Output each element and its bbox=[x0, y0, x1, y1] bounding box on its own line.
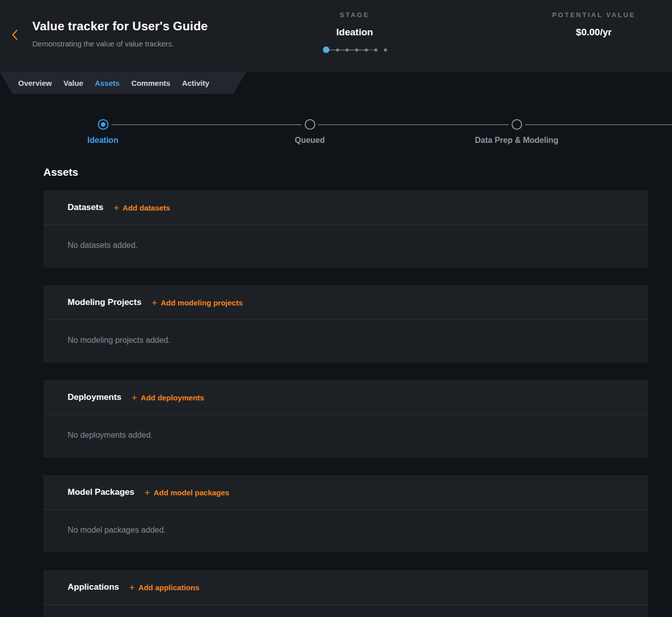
add-datasets-label: Add datasets bbox=[123, 203, 170, 212]
plus-icon: + bbox=[151, 299, 157, 306]
step-label: Ideation bbox=[37, 136, 169, 145]
potential-value-amount: $0.00/yr bbox=[513, 27, 672, 38]
section-title: Applications bbox=[68, 582, 119, 592]
stage-dot-connector bbox=[329, 49, 336, 50]
potential-value-label: POTENTIAL VALUE bbox=[513, 11, 672, 19]
add-datasets-button[interactable]: + Add datasets bbox=[114, 203, 170, 212]
stage-value: Ideation bbox=[274, 27, 435, 38]
empty-state-text: No datasets added. bbox=[68, 241, 624, 250]
section-applications: Applications + Add applications bbox=[43, 570, 648, 617]
stage-dot bbox=[374, 48, 377, 52]
section-title: Datasets bbox=[68, 202, 103, 213]
section-body: No datasets added. bbox=[43, 225, 648, 250]
plus-icon: + bbox=[132, 394, 137, 401]
add-applications-label: Add applications bbox=[138, 583, 199, 592]
add-applications-button[interactable]: + Add applications bbox=[129, 583, 199, 592]
stage-label: STAGE bbox=[274, 11, 435, 19]
back-button[interactable] bbox=[7, 28, 21, 42]
step-ideation[interactable]: Ideation bbox=[37, 114, 169, 145]
tab-assets[interactable]: Assets bbox=[95, 79, 120, 87]
section-title: Model Packages bbox=[68, 487, 134, 497]
add-model-packages-label: Add model packages bbox=[153, 488, 229, 497]
stage-dot-connector bbox=[339, 49, 346, 50]
step-circle bbox=[512, 119, 522, 130]
empty-state-text: No modeling projects added. bbox=[68, 336, 624, 345]
value-tracker-screen: Value tracker for User's Guide Demonstra… bbox=[0, 0, 672, 617]
add-deployments-button[interactable]: + Add deployments bbox=[132, 393, 204, 402]
step-circle bbox=[305, 119, 315, 130]
step-label: Data Prep & Modeling bbox=[451, 136, 582, 145]
section-datasets: Datasets + Add datasets No datasets adde… bbox=[43, 190, 648, 268]
tab-value[interactable]: Value bbox=[64, 79, 83, 87]
step-queued[interactable]: Queued bbox=[244, 114, 375, 145]
tab-activity[interactable]: Activity bbox=[182, 79, 209, 87]
plus-icon: + bbox=[129, 584, 135, 591]
tab-bar: Overview Value Assets Comments Activity bbox=[0, 72, 246, 94]
stage-dot-connector bbox=[358, 49, 365, 50]
section-deployments: Deployments + Add deployments No deploym… bbox=[43, 380, 648, 457]
section-body: No modeling projects added. bbox=[43, 320, 648, 345]
plus-icon: + bbox=[144, 489, 150, 496]
empty-state-text: No model packages added. bbox=[68, 526, 624, 535]
stage-dot-active bbox=[323, 46, 329, 53]
app-header: Value tracker for User's Guide Demonstra… bbox=[0, 0, 672, 72]
section-title: Modeling Projects bbox=[68, 297, 141, 307]
assets-heading: Assets bbox=[43, 166, 78, 178]
section-modeling-projects: Modeling Projects + Add modeling project… bbox=[43, 285, 648, 363]
tab-overview[interactable]: Overview bbox=[18, 79, 52, 87]
stage-summary: STAGE Ideation bbox=[274, 11, 435, 53]
section-body: No deployments added. bbox=[43, 415, 648, 440]
stage-progress-dots bbox=[274, 46, 435, 53]
empty-state-text: No deployments added. bbox=[68, 431, 624, 440]
section-header: Deployments + Add deployments bbox=[43, 380, 648, 415]
chevron-left-icon bbox=[11, 29, 18, 42]
step-label: Queued bbox=[244, 136, 375, 145]
step-circle-inner-dot bbox=[101, 122, 105, 127]
potential-value-summary: POTENTIAL VALUE $0.00/yr bbox=[513, 11, 672, 38]
add-modeling-projects-button[interactable]: + Add modeling projects bbox=[151, 298, 243, 307]
stage-dot-connector-dotted bbox=[368, 49, 374, 50]
plus-icon: + bbox=[114, 204, 119, 212]
section-model-packages: Model Packages + Add model packages No m… bbox=[43, 475, 648, 552]
add-modeling-projects-label: Add modeling projects bbox=[161, 298, 243, 307]
add-model-packages-button[interactable]: + Add model packages bbox=[144, 488, 229, 497]
stepper-line bbox=[103, 124, 672, 125]
step-circle-active bbox=[98, 119, 108, 130]
section-header: Model Packages + Add model packages bbox=[43, 475, 648, 510]
page-title: Value tracker for User's Guide bbox=[32, 19, 315, 33]
section-body bbox=[43, 605, 648, 617]
section-title: Deployments bbox=[68, 392, 122, 402]
page-subtitle: Demonstrating the value of value tracker… bbox=[32, 39, 315, 48]
stage-dot-connector bbox=[349, 49, 355, 50]
title-block: Value tracker for User's Guide Demonstra… bbox=[32, 19, 315, 48]
add-deployments-label: Add deployments bbox=[141, 393, 204, 402]
tab-comments[interactable]: Comments bbox=[131, 79, 171, 87]
stage-stepper: Ideation Queued Data Prep & Modeling bbox=[0, 114, 672, 149]
step-data-prep-modeling[interactable]: Data Prep & Modeling bbox=[451, 114, 582, 145]
section-header: Applications + Add applications bbox=[43, 570, 648, 605]
section-header: Modeling Projects + Add modeling project… bbox=[43, 285, 648, 320]
section-header: Datasets + Add datasets bbox=[43, 190, 648, 225]
section-body: No model packages added. bbox=[43, 510, 648, 535]
stage-dot bbox=[384, 48, 387, 52]
